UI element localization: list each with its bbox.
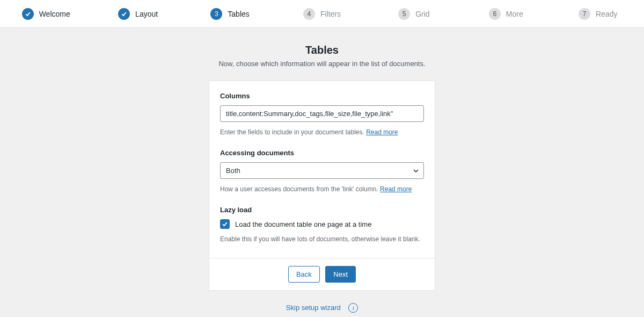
columns-help: Enter the fields to include in your docu… bbox=[220, 128, 424, 136]
step-more[interactable]: 6 More bbox=[460, 8, 552, 20]
step-label: Layout bbox=[135, 10, 158, 18]
info-icon[interactable]: i bbox=[348, 303, 358, 313]
lazy-load-checkbox[interactable] bbox=[220, 219, 230, 229]
step-number-icon: 3 bbox=[210, 8, 222, 20]
step-label: Welcome bbox=[39, 10, 70, 18]
step-number-icon: 4 bbox=[303, 8, 315, 20]
columns-input[interactable] bbox=[220, 105, 424, 122]
page-title: Tables bbox=[0, 44, 644, 56]
wizard-stepper: Welcome Layout 3 Tables 4 Filters 5 Grid… bbox=[0, 0, 644, 28]
columns-read-more-link[interactable]: Read more bbox=[366, 128, 398, 136]
back-button[interactable]: Back bbox=[288, 266, 320, 283]
access-help: How a user accesses documents from the '… bbox=[220, 185, 424, 193]
access-select[interactable]: Both bbox=[220, 162, 424, 179]
columns-label: Columns bbox=[220, 92, 424, 100]
step-label: Tables bbox=[228, 10, 249, 18]
wizard-content: Tables Now, choose which information wil… bbox=[0, 28, 644, 317]
step-label: More bbox=[506, 10, 523, 18]
step-grid[interactable]: 5 Grid bbox=[368, 8, 460, 20]
step-filters[interactable]: 4 Filters bbox=[276, 8, 368, 20]
settings-panel: Columns Enter the fields to include in y… bbox=[209, 81, 435, 291]
access-read-more-link[interactable]: Read more bbox=[380, 185, 412, 193]
step-layout[interactable]: Layout bbox=[92, 8, 184, 20]
lazy-field: Lazy load Load the document table one pa… bbox=[220, 206, 424, 243]
skip-wizard-link[interactable]: Skip setup wizard bbox=[286, 304, 341, 312]
access-field: Accessing documents Both How a user acce… bbox=[220, 149, 424, 193]
lazy-checkbox-label[interactable]: Load the document table one page at a ti… bbox=[235, 220, 371, 228]
panel-footer: Back Next bbox=[209, 258, 435, 290]
step-number-icon: 5 bbox=[398, 8, 410, 20]
page-subtitle: Now, choose which information will appea… bbox=[0, 60, 644, 68]
columns-field: Columns Enter the fields to include in y… bbox=[220, 92, 424, 136]
skip-row: Skip setup wizard i bbox=[0, 302, 644, 313]
step-label: Ready bbox=[596, 10, 617, 18]
lazy-label: Lazy load bbox=[220, 206, 424, 214]
lazy-help: Enable this if you will have lots of doc… bbox=[220, 235, 424, 243]
step-tables[interactable]: 3 Tables bbox=[184, 8, 276, 20]
access-label: Accessing documents bbox=[220, 149, 424, 157]
step-label: Filters bbox=[320, 10, 341, 18]
next-button[interactable]: Next bbox=[325, 266, 356, 283]
check-icon bbox=[118, 8, 130, 20]
step-welcome[interactable]: Welcome bbox=[0, 8, 92, 20]
step-number-icon: 6 bbox=[489, 8, 501, 20]
step-number-icon: 7 bbox=[579, 8, 590, 20]
check-icon bbox=[22, 8, 34, 20]
step-ready[interactable]: 7 Ready bbox=[552, 8, 644, 20]
step-label: Grid bbox=[415, 10, 429, 18]
